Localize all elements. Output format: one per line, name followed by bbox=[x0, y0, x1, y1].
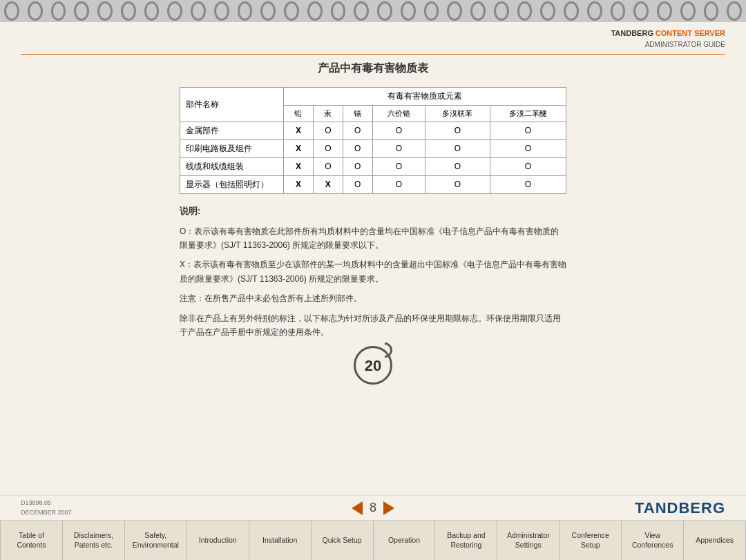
spiral-ring bbox=[121, 1, 136, 21]
spiral-binding bbox=[0, 0, 746, 22]
substance-value: X bbox=[284, 122, 314, 139]
brand-content-server: CONTENT SERVER bbox=[656, 29, 725, 37]
table-sub-header: 六价铬 bbox=[372, 105, 425, 122]
table-sub-header: 多溴二苯醚 bbox=[490, 105, 566, 122]
nav-tab-toc[interactable]: Table of Contents bbox=[0, 521, 63, 560]
nav-tab-disclaimers[interactable]: Disclaimers, Patents etc. bbox=[63, 521, 125, 560]
nav-tab-appendices[interactable]: Appendices bbox=[684, 521, 746, 560]
nav-tab-installation[interactable]: Installation bbox=[249, 521, 312, 560]
substance-value: O bbox=[313, 139, 343, 157]
nav-tab-admin[interactable]: Administrator Settings bbox=[497, 521, 560, 560]
spiral-ring bbox=[307, 1, 323, 21]
substance-value: X bbox=[284, 139, 314, 157]
table-substance-header: 有毒有害物质或元素 bbox=[284, 87, 566, 105]
table-part-header: 部件名称 bbox=[180, 87, 284, 122]
substance-value: O bbox=[313, 122, 343, 139]
bottom-nav: Table of ContentsDisclaimers, Patents et… bbox=[0, 520, 746, 560]
spiral-ring bbox=[214, 1, 229, 21]
desc-para-2: X：表示该有毒有害物质至少在该部件的某一均质材料中的含量超出中国标准《电子信息产… bbox=[180, 258, 566, 286]
spiral-ring bbox=[191, 1, 206, 21]
table-row: 印刷电路板及组件XOOOOO bbox=[180, 139, 566, 157]
substance-value: O bbox=[425, 122, 490, 139]
spiral-ring bbox=[494, 1, 509, 21]
prev-page-arrow[interactable] bbox=[352, 501, 363, 515]
substance-value: X bbox=[284, 157, 314, 175]
part-name: 显示器（包括照明灯） bbox=[180, 175, 284, 193]
nav-tab-introduction[interactable]: Introduction bbox=[187, 521, 249, 560]
nav-tabs: Table of ContentsDisclaimers, Patents et… bbox=[0, 521, 746, 560]
substance-value: O bbox=[490, 157, 566, 175]
spiral-ring bbox=[28, 1, 43, 21]
desc-para-4: 除非在产品上有另外特别的标注，以下标志为针对所涉及产品的环保使用期限标志。环保使… bbox=[180, 311, 566, 340]
spiral-ring bbox=[587, 1, 602, 21]
main-content: 产品中有毒有害物质表 部件名称 有毒有害物质或元素 铅汞镉六价铬多溴联苯多溴二苯… bbox=[0, 61, 746, 385]
substance-value: O bbox=[372, 175, 425, 193]
brand-block: TANDBERG CONTENT SERVER ADMINISTRATOR GU… bbox=[611, 28, 725, 50]
part-name: 线缆和线缆组装 bbox=[180, 157, 284, 175]
description-section: 说明: O：表示该有毒有害物质在此部件所有均质材料中的含量均在中国标准《电子信息… bbox=[180, 204, 566, 385]
desc-para-3: 注意：在所售产品中未必包含所有上述所列部件。 bbox=[180, 291, 566, 305]
spiral-ring bbox=[704, 1, 719, 21]
substance-value: X bbox=[284, 175, 314, 193]
substance-value: O bbox=[425, 139, 490, 157]
footer-pagination: 8 bbox=[352, 501, 394, 515]
nav-tab-safety[interactable]: Safety, Environmental bbox=[125, 521, 187, 560]
spiral-ring bbox=[74, 1, 89, 21]
substance-value: O bbox=[343, 175, 372, 193]
desc-title: 说明: bbox=[180, 204, 566, 219]
footer-bar: D13898.05 DECEMBER 2007 8 TANDBERG bbox=[0, 495, 746, 520]
nav-tab-operation[interactable]: Operation bbox=[374, 521, 436, 560]
spiral-ring bbox=[284, 1, 299, 21]
next-page-arrow[interactable] bbox=[383, 501, 394, 515]
substance-value: O bbox=[490, 175, 566, 193]
table-row: 线缆和线缆组装XOOOOO bbox=[180, 157, 566, 175]
part-name: 金属部件 bbox=[180, 122, 284, 139]
brand-guide: ADMINISTRATOR GUIDE bbox=[611, 39, 725, 50]
table-sub-header: 铅 bbox=[284, 105, 314, 122]
nav-tab-backup[interactable]: Backup and Restoring bbox=[435, 521, 497, 560]
table-sub-header: 镉 bbox=[343, 105, 372, 122]
table-row: 金属部件XOOOOO bbox=[180, 122, 566, 139]
table-row: 显示器（包括照明灯）XXOOOO bbox=[180, 175, 566, 193]
spiral-ring bbox=[680, 1, 696, 21]
spiral-ring bbox=[238, 1, 253, 21]
spiral-ring bbox=[167, 1, 182, 21]
spiral-ring bbox=[4, 1, 19, 21]
footer-logo: TANDBERG bbox=[635, 499, 725, 517]
substance-value: O bbox=[425, 175, 490, 193]
spiral-ring bbox=[657, 1, 672, 21]
table-sub-header: 汞 bbox=[313, 105, 343, 122]
substance-value: O bbox=[343, 139, 372, 157]
spiral-ring bbox=[331, 1, 346, 21]
brand-tandberg: TANDBERG bbox=[611, 29, 653, 37]
spiral-ring bbox=[517, 1, 533, 21]
nav-tab-conference-setup[interactable]: Conference Setup bbox=[560, 521, 622, 560]
nav-tab-view-conferences[interactable]: View Conferences bbox=[622, 521, 684, 560]
table-sub-header: 多溴联苯 bbox=[425, 105, 490, 122]
spiral-ring bbox=[633, 1, 649, 21]
substance-value: O bbox=[313, 157, 343, 175]
spiral-ring bbox=[51, 1, 66, 21]
spiral-ring bbox=[470, 1, 486, 21]
part-name: 印刷电路板及组件 bbox=[180, 139, 284, 157]
page-number: 8 bbox=[370, 501, 376, 515]
spiral-ring bbox=[447, 1, 462, 21]
spiral-ring bbox=[260, 1, 276, 21]
substance-value: O bbox=[425, 157, 490, 175]
substance-value: X bbox=[313, 175, 343, 193]
header: TANDBERG CONTENT SERVER ADMINISTRATOR GU… bbox=[0, 22, 746, 52]
doc-date: DECEMBER 2007 bbox=[21, 508, 72, 518]
page-title: 产品中有毒有害物质表 bbox=[318, 61, 428, 76]
footer-doc-info: D13898.05 DECEMBER 2007 bbox=[21, 499, 72, 517]
substance-value: O bbox=[343, 122, 372, 139]
spiral-ring bbox=[144, 1, 160, 21]
spiral-ring bbox=[611, 1, 626, 21]
substance-value: O bbox=[490, 139, 566, 157]
spiral-ring bbox=[564, 1, 579, 21]
eco-symbol-container: 20 bbox=[180, 346, 566, 385]
nav-tab-quicksetup[interactable]: Quick Setup bbox=[312, 521, 374, 560]
desc-para-1: O：表示该有毒有害物质在此部件所有均质材料中的含量均在中国标准《电子信息产品中有… bbox=[180, 224, 566, 253]
spiral-ring bbox=[540, 1, 555, 21]
spiral-ring bbox=[354, 1, 369, 21]
substance-value: O bbox=[372, 122, 425, 139]
